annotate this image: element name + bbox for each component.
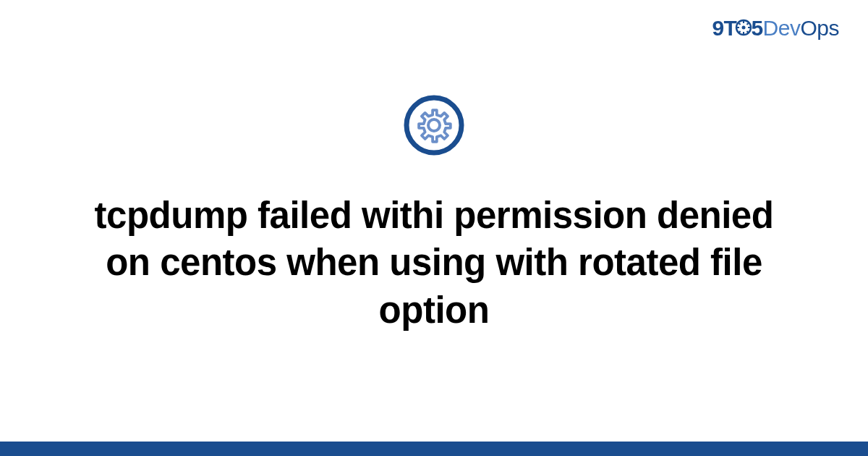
svg-rect-5 [748,27,750,28]
footer-bar [0,442,868,456]
gear-emblem-icon [403,94,465,159]
page-title: tcpdump failed withi permission denied o… [87,192,781,334]
gear-icon [735,17,752,41]
logo-dev: Dev [763,16,801,40]
svg-rect-2 [743,21,744,23]
svg-point-1 [742,25,746,29]
svg-rect-4 [737,27,739,28]
logo-ops: Ops [800,16,839,40]
svg-point-10 [407,98,461,153]
svg-point-11 [428,119,440,131]
logo-suffix: 5 [751,16,762,40]
site-logo: 9T5DevOps [712,16,839,43]
svg-rect-3 [743,32,744,34]
logo-prefix: 9T [712,16,736,40]
